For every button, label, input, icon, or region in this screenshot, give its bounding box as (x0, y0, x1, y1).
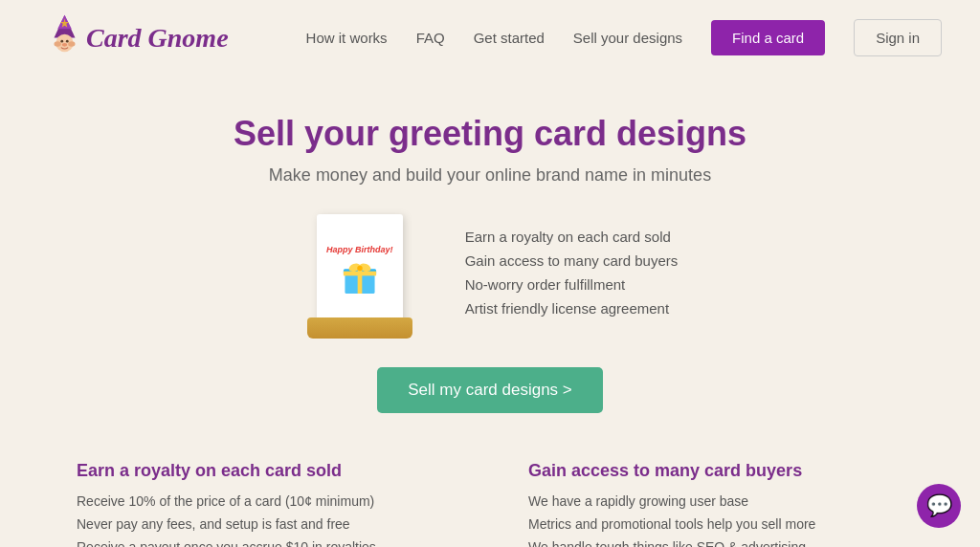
hero-content: Happy Birthday! (19, 214, 961, 339)
svg-point-7 (66, 40, 69, 43)
sign-in-button[interactable]: Sign in (854, 19, 942, 56)
nav-get-started[interactable]: Get started (474, 30, 545, 46)
bottom-col-2-title: Gain access to many card buyers (528, 461, 903, 481)
bottom-col-1-line-3: Receive a payout once you accrue $10 in … (77, 539, 376, 547)
bottom-col-1-line-1: Receive 10% of the price of a card (10¢ … (77, 493, 374, 509)
bottom-col-2-line-3: We handle tough things like SEO & advert… (528, 539, 806, 547)
feature-item: Artist friendly license agreement (465, 300, 679, 317)
svg-point-5 (68, 41, 75, 47)
features-list: Earn a royalty on each card sold Gain ac… (465, 229, 679, 324)
sell-designs-button[interactable]: Sell my card designs > (377, 367, 603, 413)
svg-rect-12 (344, 272, 376, 276)
nav: How it works FAQ Get started Sell your d… (306, 19, 942, 56)
hero-section: Sell your greeting card designs Make mon… (0, 76, 980, 432)
svg-point-6 (60, 40, 63, 43)
bottom-section: Earn a royalty on each card sold Receive… (0, 432, 980, 547)
bottom-col-1-title: Earn a royalty on each card sold (77, 461, 452, 481)
bottom-col-2-text: We have a rapidly growing user base Metr… (528, 491, 903, 547)
hero-subheadline: Make money and build your online brand n… (19, 165, 961, 186)
bottom-col-1-line-2: Never pay any fees, and setup is fast an… (77, 516, 350, 532)
feature-item: No-worry order fulfillment (465, 276, 679, 293)
bottom-col-2: Gain access to many card buyers We have … (528, 461, 903, 547)
chat-bubble-button[interactable]: 💬 (917, 484, 961, 528)
nav-how-it-works[interactable]: How it works (306, 30, 388, 46)
card-stand (307, 317, 412, 339)
chat-icon: 💬 (926, 493, 952, 518)
logo: Card Gnome (38, 11, 229, 64)
header: Card Gnome How it works FAQ Get started … (0, 0, 980, 76)
nav-sell-designs[interactable]: Sell your designs (573, 30, 682, 46)
find-card-button[interactable]: Find a card (711, 20, 825, 55)
feature-item: Earn a royalty on each card sold (465, 229, 679, 245)
bottom-col-1-text: Receive 10% of the price of a card (10¢ … (77, 491, 452, 547)
bottom-col-1: Earn a royalty on each card sold Receive… (77, 461, 452, 547)
feature-item: Gain access to many card buyers (465, 252, 679, 269)
card-paper: Happy Birthday! (317, 214, 403, 324)
svg-point-8 (62, 43, 68, 47)
bottom-col-2-line-1: We have a rapidly growing user base (528, 493, 748, 509)
card-illustration: Happy Birthday! (302, 214, 417, 339)
svg-point-4 (55, 41, 61, 47)
logo-text: Card Gnome (86, 25, 229, 52)
logo-gnome-icon (38, 11, 91, 64)
gift-icon (341, 260, 379, 294)
bottom-col-2-line-2: Metrics and promotional tools help you s… (528, 516, 815, 532)
card-text: Happy Birthday! (326, 245, 393, 255)
hero-headline: Sell your greeting card designs (19, 114, 961, 154)
svg-point-15 (357, 266, 362, 271)
nav-faq[interactable]: FAQ (416, 30, 445, 46)
